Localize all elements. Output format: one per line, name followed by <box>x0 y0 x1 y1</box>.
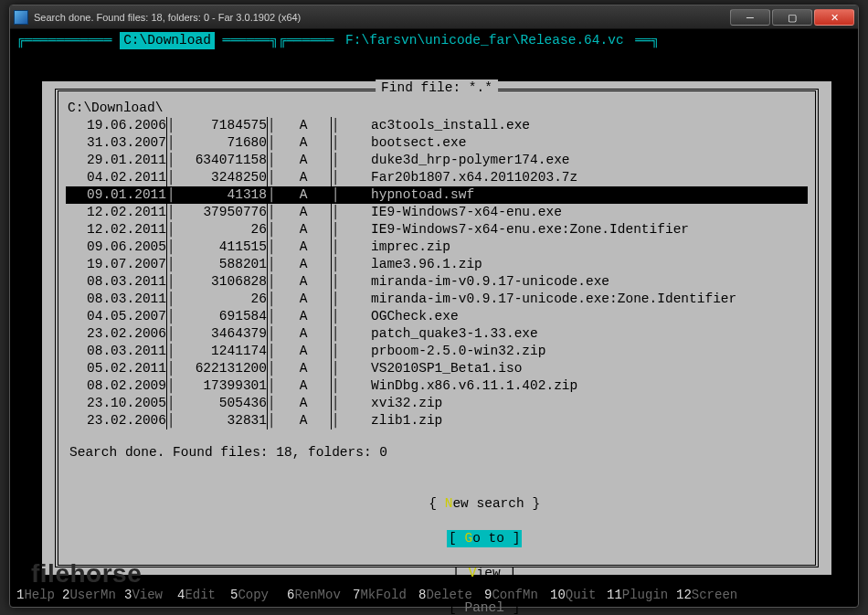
close-button[interactable]: ✕ <box>814 9 854 26</box>
fkey-5[interactable]: 5Copy <box>230 587 287 604</box>
file-attr: A <box>276 239 331 256</box>
file-attr: A <box>276 169 331 186</box>
fkey-12[interactable]: 12Screen <box>676 587 742 604</box>
file-size: 17399301 <box>175 377 267 395</box>
file-attr: A <box>276 377 331 395</box>
titlebar[interactable]: Search done. Found files: 18, folders: 0… <box>10 5 858 29</box>
titlebar-text: Search done. Found files: 18, folders: 0… <box>34 12 728 23</box>
file-date: 29.01.2011 <box>66 152 166 169</box>
file-date: 08.02.2009 <box>66 377 166 395</box>
file-attr: A <box>276 308 331 325</box>
file-row[interactable]: 08.02.2009│17399301│A│WinDbg.x86.v6.11.1… <box>66 377 808 395</box>
file-name: IE9-Windows7-x64-enu.exe:Zone.Identifier <box>367 221 808 239</box>
right-panel-path[interactable]: F:\farsvn\unicode_far\Release.64.vc <box>342 32 628 49</box>
file-attr: A <box>276 412 331 429</box>
file-row[interactable]: 08.03.2011│1241174│A│prboom-2.5.0-win32.… <box>66 343 808 360</box>
file-size: 32831 <box>175 412 267 429</box>
file-row[interactable]: 23.10.2005│505436│A│xvi32.zip <box>66 395 808 412</box>
file-attr: A <box>276 273 331 291</box>
file-name: ac3tools_install.exe <box>367 117 808 134</box>
file-attr: A <box>276 204 331 221</box>
file-row[interactable]: 19.07.2007│588201│A│lame3.96.1.zip <box>66 256 808 273</box>
left-panel-path[interactable]: C:\Download <box>120 32 215 49</box>
file-row[interactable]: 09.06.2005│411515│A│imprec.zip <box>66 239 808 256</box>
file-attr: A <box>276 325 331 343</box>
file-name: hypnotoad.swf <box>367 186 808 204</box>
console-area: ╔═══════════ C:\Download ══════╗╔══════ … <box>11 30 857 606</box>
file-date: 23.02.2006 <box>66 412 166 429</box>
file-row[interactable]: 05.02.2011│622131200│A│VS2010SP1_Beta1.i… <box>66 360 808 377</box>
dialog-title: Find file: *.* <box>376 80 498 97</box>
file-date: 12.02.2011 <box>66 204 166 221</box>
app-icon <box>14 10 28 25</box>
file-date: 08.03.2011 <box>66 343 166 360</box>
file-name: duke3d_hrp-polymer174.exe <box>367 152 808 169</box>
file-size: 505436 <box>175 395 267 412</box>
maximize-button[interactable]: ▢ <box>772 9 812 26</box>
fkey-11[interactable]: 11Plugin <box>607 587 676 604</box>
file-name: xvi32.zip <box>367 395 808 412</box>
file-name: imprec.zip <box>367 239 808 256</box>
file-name: patch_quake3-1.33.exe <box>367 325 808 343</box>
file-row[interactable]: 31.03.2007│71680│A│bootsect.exe <box>66 134 808 152</box>
file-name: WinDbg.x86.v6.11.1.402.zip <box>367 377 808 395</box>
file-size: 7184575 <box>175 117 267 134</box>
file-date: 31.03.2007 <box>66 134 166 152</box>
file-row[interactable]: 04.02.2011│3248250│A│Far20b1807.x64.2011… <box>66 169 808 186</box>
file-row[interactable]: 04.05.2007│691584│A│OGCheck.exe <box>66 308 808 325</box>
file-row[interactable]: 08.03.2011│26│A│miranda-im-v0.9.17-unico… <box>66 291 808 308</box>
function-key-bar: 1Help2UserMn3View4Edit5Copy6RenMov7MkFol… <box>16 587 852 604</box>
file-row[interactable]: 08.03.2011│3106828│A│miranda-im-v0.9.17-… <box>66 273 808 291</box>
file-date: 09.06.2005 <box>66 239 166 256</box>
file-date: 19.07.2007 <box>66 256 166 273</box>
fkey-7[interactable]: 7MkFold <box>353 587 418 604</box>
fkey-6[interactable]: 6RenMov <box>287 587 353 604</box>
file-date: 09.01.2011 <box>66 186 166 204</box>
fkey-10[interactable]: 10Quit <box>550 587 607 604</box>
file-row[interactable]: 12.02.2011│26│A│IE9-Windows7-x64-enu.exe… <box>66 221 808 239</box>
dialog-path: C:\Download\ <box>66 100 808 117</box>
file-size: 588201 <box>175 256 267 273</box>
dialog-status: Search done. Found files: 18, folders: 0 <box>66 440 808 463</box>
file-row[interactable]: 23.02.2006│3464379│A│patch_quake3-1.33.e… <box>66 325 808 343</box>
file-row[interactable]: 19.06.2006│7184575│A│ac3tools_install.ex… <box>66 117 808 134</box>
file-row[interactable]: 29.01.2011│634071158│A│duke3d_hrp-polyme… <box>66 152 808 169</box>
file-name: bootsect.exe <box>367 134 808 152</box>
file-date: 04.05.2007 <box>66 308 166 325</box>
file-name: OGCheck.exe <box>367 308 808 325</box>
file-date: 12.02.2011 <box>66 221 166 239</box>
file-name: miranda-im-v0.9.17-unicode.exe:Zone.Iden… <box>367 291 808 308</box>
file-size: 26 <box>175 221 267 239</box>
fkey-2[interactable]: 2UserMn <box>62 587 124 604</box>
file-size: 41318 <box>175 186 267 204</box>
file-date: 08.03.2011 <box>66 273 166 291</box>
app-window: Search done. Found files: 18, folders: 0… <box>9 5 859 608</box>
file-attr: A <box>276 221 331 239</box>
fkey-9[interactable]: 9ConfMn <box>484 587 550 604</box>
file-size: 1241174 <box>175 343 267 360</box>
goto-button[interactable]: [ Go to ] <box>447 530 522 547</box>
fkey-4[interactable]: 4Edit <box>177 587 230 604</box>
file-attr: A <box>276 186 331 204</box>
view-button[interactable]: [ View ] <box>450 565 518 582</box>
file-size: 3106828 <box>175 273 267 291</box>
file-row[interactable]: 23.02.2006│32831│A│zlib1.zip <box>66 412 808 429</box>
file-name: Far20b1807.x64.20110203.7z <box>367 169 808 186</box>
minimize-button[interactable]: ─ <box>730 9 770 26</box>
file-date: 05.02.2011 <box>66 360 166 377</box>
file-list[interactable]: 19.06.2006│7184575│A│ac3tools_install.ex… <box>66 117 808 429</box>
fkey-8[interactable]: 8Delete <box>418 587 484 604</box>
file-size: 622131200 <box>175 360 267 377</box>
fkey-1[interactable]: 1Help <box>16 587 62 604</box>
new-search-button[interactable]: { New search } <box>427 495 542 513</box>
file-size: 3248250 <box>175 169 267 186</box>
file-date: 08.03.2011 <box>66 291 166 308</box>
file-row[interactable]: 12.02.2011│37950776│A│IE9-Windows7-x64-e… <box>66 204 808 221</box>
file-row[interactable]: 09.01.2011│41318│A│hypnotoad.swf <box>66 186 808 204</box>
file-name: miranda-im-v0.9.17-unicode.exe <box>367 273 808 291</box>
file-size: 3464379 <box>175 325 267 343</box>
file-attr: A <box>276 343 331 360</box>
fkey-3[interactable]: 3View <box>124 587 177 604</box>
file-name: IE9-Windows7-x64-enu.exe <box>367 204 808 221</box>
file-date: 19.06.2006 <box>66 117 166 134</box>
